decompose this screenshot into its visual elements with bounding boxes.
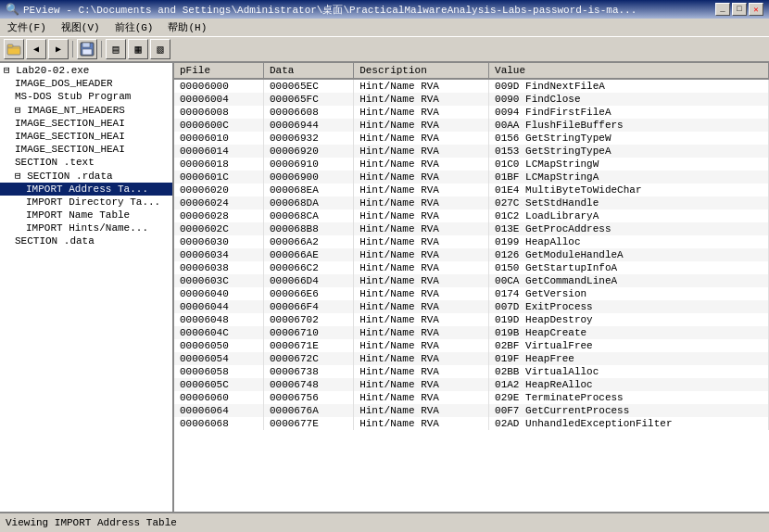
view3-button[interactable]: ▧ [150, 39, 170, 59]
table-row[interactable]: 00006028000068CAHint/Name RVA01C2 LoadLi… [174, 209, 769, 222]
cell-pfile: 00006020 [174, 184, 263, 196]
table-row[interactable]: 000060640000676AHint/Name RVA00F7 GetCur… [174, 404, 769, 417]
cell-data: 0000676A [263, 404, 353, 417]
cell-value: 019F HeapFree [489, 352, 769, 365]
table-row[interactable]: 000060680000677EHint/Name RVA02AD Unhand… [174, 417, 769, 430]
cell-value: 007D ExitProcess [489, 300, 769, 313]
tree-item-import-dir[interactable]: IMPORT Directory Ta... [0, 196, 172, 209]
cell-data: 000068CA [263, 209, 353, 222]
cell-pfile: 00006048 [174, 313, 263, 326]
cell-desc: Hint/Name RVA [354, 106, 489, 119]
cell-pfile: 00006024 [174, 196, 263, 209]
table-row[interactable]: 00006038000066C2Hint/Name RVA0150 GetSta… [174, 261, 769, 274]
table-row[interactable]: 0000604C00006710Hint/Name RVA019B HeapCr… [174, 326, 769, 339]
cell-pfile: 00006014 [174, 145, 263, 158]
col-data: Data [263, 63, 353, 79]
cell-value: 0094 FindFirstFileA [489, 106, 769, 119]
tree-item-nt-headers[interactable]: ⊟ IMAGE_NT_HEADERS [0, 103, 172, 117]
table-row[interactable]: 00006000000065ECHint/Name RVA009D FindNe… [174, 79, 769, 93]
table-row[interactable]: 0000601400006920Hint/Name RVA0153 GetStr… [174, 145, 769, 158]
cell-desc: Hint/Name RVA [354, 196, 489, 209]
cell-data: 000068EA [263, 184, 353, 196]
status-bar: Viewing IMPORT Address Table [0, 512, 769, 532]
tree-item-section-text[interactable]: SECTION .text [0, 156, 172, 169]
cell-desc: Hint/Name RVA [354, 417, 489, 430]
cell-value: 01A2 HeapReAlloc [489, 378, 769, 391]
table-row[interactable]: 00006020000068EAHint/Name RVA01E4 MultiB… [174, 184, 769, 196]
open-button[interactable] [4, 39, 24, 59]
cell-value: 00AA FlushFileBuffers [489, 119, 769, 132]
cell-desc: Hint/Name RVA [354, 313, 489, 326]
table-row[interactable]: 000060540000672CHint/Name RVA019F HeapFr… [174, 352, 769, 365]
status-text: Viewing IMPORT Address Table [6, 517, 177, 528]
cell-pfile: 00006054 [174, 352, 263, 365]
cell-value: 019B HeapCreate [489, 326, 769, 339]
tree-item-section-hdr2[interactable]: IMAGE_SECTION_HEAI [0, 130, 172, 143]
cell-desc: Hint/Name RVA [354, 209, 489, 222]
cell-data: 00006756 [263, 391, 353, 404]
col-value: Value [489, 63, 769, 79]
table-row[interactable]: 0000600C00006944Hint/Name RVA00AA FlushF… [174, 119, 769, 132]
maximize-button[interactable]: □ [732, 3, 747, 16]
menu-bar: 文件(F) 视图(V) 前往(G) 帮助(H) [0, 19, 769, 37]
tree-item-lab20[interactable]: ⊟ Lab20-02.exe [0, 63, 172, 77]
tree-item-section-hdr3[interactable]: IMAGE_SECTION_HEAI [0, 143, 172, 156]
cell-pfile: 00006030 [174, 235, 263, 248]
table-row[interactable]: 0000605C00006748Hint/Name RVA01A2 HeapRe… [174, 378, 769, 391]
cell-value: 02AD UnhandledExceptionFilter [489, 417, 769, 430]
close-button[interactable]: ✕ [749, 3, 763, 16]
cell-value: 00F7 GetCurrentProcess [489, 404, 769, 417]
view2-button[interactable]: ▦ [128, 39, 148, 59]
cell-pfile: 00006010 [174, 132, 263, 145]
toolbar: ◀ ▶ ▤ ▦ ▧ [0, 37, 769, 63]
tree-item-import-addr[interactable]: IMPORT Address Ta... [0, 183, 172, 196]
table-row[interactable]: 0000600800006608Hint/Name RVA0094 FindFi… [174, 106, 769, 119]
cell-value: 0153 GetStringTypeA [489, 145, 769, 158]
view-menu[interactable]: 视图(V) [57, 20, 104, 34]
table-row[interactable]: 0000601C00006900Hint/Name RVA01BF LCMapS… [174, 171, 769, 184]
table-row[interactable]: 0000602C000068B8Hint/Name RVA013E GetPro… [174, 222, 769, 235]
table-row[interactable]: 00006024000068DAHint/Name RVA027C SetStd… [174, 196, 769, 209]
table-row[interactable]: 00006040000066E6Hint/Name RVA0174 GetVer… [174, 287, 769, 300]
view1-button[interactable]: ▤ [106, 39, 126, 59]
forward-button[interactable]: ▶ [48, 39, 69, 59]
tree-item-section-hdr1[interactable]: IMAGE_SECTION_HEAI [0, 117, 172, 130]
table-row[interactable]: 00006004000065FCHint/Name RVA0090 FindCl… [174, 93, 769, 106]
minimize-button[interactable]: _ [715, 3, 730, 16]
table-row[interactable]: 00006030000066A2Hint/Name RVA0199 HeapAl… [174, 235, 769, 248]
table-row[interactable]: 0000603C000066D4Hint/Name RVA00CA GetCom… [174, 274, 769, 287]
tree-item-dos-stub[interactable]: MS-DOS Stub Program [0, 90, 172, 103]
table-row[interactable]: 0000606000006756Hint/Name RVA029E Termin… [174, 391, 769, 404]
cell-pfile: 0000601C [174, 171, 263, 184]
title-bar: 🔍 PEview - C:\Documents and Settings\Adm… [0, 0, 769, 19]
tree-item-dos-header[interactable]: IMAGE_DOS_HEADER [0, 77, 172, 90]
col-pfile: pFile [174, 63, 263, 79]
tree-item-section-rdata[interactable]: ⊟ SECTION .rdata [0, 169, 172, 183]
save-button[interactable] [77, 39, 97, 59]
data-pane[interactable]: pFileDataDescriptionValue 00006000000065… [174, 63, 769, 512]
table-row[interactable]: 0000605800006738Hint/Name RVA02BB Virtua… [174, 365, 769, 378]
file-menu[interactable]: 文件(F) [4, 20, 50, 34]
back-button[interactable]: ◀ [26, 39, 46, 59]
cell-data: 00006702 [263, 313, 353, 326]
tree-item-section-data[interactable]: SECTION .data [0, 234, 172, 247]
table-row[interactable]: 000060500000671EHint/Name RVA02BF Virtua… [174, 339, 769, 352]
table-row[interactable]: 0000601000006932Hint/Name RVA0156 GetStr… [174, 132, 769, 145]
cell-value: 009D FindNextFileA [489, 79, 769, 93]
cell-desc: Hint/Name RVA [354, 378, 489, 391]
cell-value: 019D HeapDestroy [489, 313, 769, 326]
data-table: pFileDataDescriptionValue 00006000000065… [174, 63, 769, 430]
cell-desc: Hint/Name RVA [354, 132, 489, 145]
forward-menu[interactable]: 前往(G) [111, 20, 158, 34]
help-menu[interactable]: 帮助(H) [164, 20, 210, 34]
table-row[interactable]: 00006034000066AEHint/Name RVA0126 GetMod… [174, 248, 769, 261]
table-row[interactable]: 0000604800006702Hint/Name RVA019D HeapDe… [174, 313, 769, 326]
table-row[interactable]: 0000601800006910Hint/Name RVA01C0 LCMapS… [174, 158, 769, 171]
tree-item-import-hints[interactable]: IMPORT Hints/Name... [0, 222, 172, 234]
table-row[interactable]: 00006044000066F4Hint/Name RVA007D ExitPr… [174, 300, 769, 313]
tree-pane[interactable]: ⊟ Lab20-02.exe IMAGE_DOS_HEADER MS-DOS S… [0, 63, 174, 512]
tree-item-import-name[interactable]: IMPORT Name Table [0, 209, 172, 222]
cell-desc: Hint/Name RVA [354, 339, 489, 352]
cell-data: 000068B8 [263, 222, 353, 235]
cell-value: 0199 HeapAlloc [489, 235, 769, 248]
